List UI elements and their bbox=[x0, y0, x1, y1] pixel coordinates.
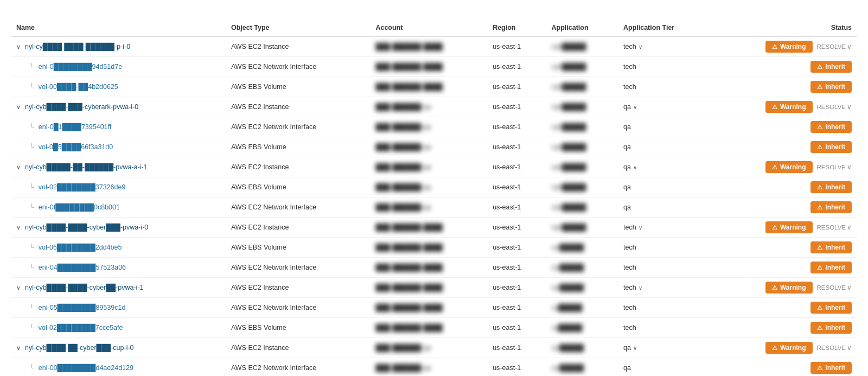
name-cell: └vol-06████████2dd4be5 bbox=[11, 238, 226, 258]
application-cell: cyb█████ bbox=[546, 57, 618, 77]
warning-triangle-icon: ⚠ bbox=[772, 43, 777, 50]
tier-dropdown-arrow[interactable]: ∨ bbox=[639, 44, 642, 50]
status-cell: ⚠WarningRESOLVE ∨ bbox=[711, 338, 857, 358]
warning-triangle-icon: ⚠ bbox=[817, 204, 822, 211]
inherit-badge[interactable]: ⚠Inherit bbox=[810, 181, 852, 193]
expand-icon[interactable]: ∨ bbox=[16, 164, 21, 171]
app-tier-cell: tech bbox=[618, 258, 711, 278]
badge-label: Inherit bbox=[825, 364, 845, 372]
object-type-cell: AWS EC2 Network Interface bbox=[226, 197, 371, 218]
object-type-cell: AWS EC2 Network Interface bbox=[226, 258, 371, 278]
badge-label: Inherit bbox=[825, 264, 845, 271]
status-cell: ⚠Inherit bbox=[711, 197, 857, 218]
application-cell: cyb█████ bbox=[546, 197, 618, 218]
resolve-button[interactable]: RESOLVE ∨ bbox=[817, 284, 852, 291]
inherit-badge[interactable]: ⚠Inherit bbox=[810, 241, 852, 253]
table-row: ∨nyl-cy████-████-██████-p-i-0AWS EC2 Ins… bbox=[11, 36, 857, 57]
resolve-button[interactable]: RESOLVE ∨ bbox=[817, 103, 852, 111]
badge-label: Inherit bbox=[825, 244, 845, 251]
account-cell: ███-██████-████ bbox=[370, 318, 487, 338]
table-row: ∨nyl-cyb████-████-cyber███-pvwa-i-0AWS E… bbox=[11, 218, 857, 238]
warning-badge[interactable]: ⚠Warning bbox=[765, 221, 813, 233]
account-cell: ███-██████-████ bbox=[370, 218, 487, 238]
child-line-icon: └ bbox=[29, 83, 34, 91]
application-cell: cyb█████ bbox=[546, 157, 618, 177]
account-cell: ███-██████-████ bbox=[370, 57, 487, 77]
child-line-icon: └ bbox=[29, 324, 34, 332]
tier-dropdown-arrow[interactable]: ∨ bbox=[639, 285, 642, 291]
table-row: └eni-00████████d4ae24d129AWS EC2 Network… bbox=[11, 358, 857, 377]
inherit-badge[interactable]: ⚠Inherit bbox=[810, 262, 852, 273]
status-cell: ⚠Inherit bbox=[711, 298, 857, 318]
resolve-chevron-icon: ∨ bbox=[847, 224, 852, 231]
resolve-button[interactable]: RESOLVE ∨ bbox=[817, 344, 852, 352]
name-cell: └vol-00████-██4b2d0625 bbox=[11, 77, 226, 97]
warning-badge[interactable]: ⚠Warning bbox=[765, 161, 813, 173]
object-type-cell: AWS EC2 Instance bbox=[226, 278, 371, 298]
expand-icon[interactable]: ∨ bbox=[16, 104, 21, 111]
table-row: └eni-0f████████0c8b001AWS EC2 Network In… bbox=[11, 197, 857, 218]
status-cell: ⚠Inherit bbox=[711, 117, 857, 137]
inherit-badge[interactable]: ⚠Inherit bbox=[810, 362, 852, 374]
row-name[interactable]: nyl-cy████-████-██████-p-i-0 bbox=[25, 43, 130, 50]
expand-icon[interactable]: ∨ bbox=[16, 284, 21, 291]
tier-dropdown-arrow[interactable]: ∨ bbox=[633, 104, 637, 110]
region-cell: us-east-1 bbox=[487, 36, 546, 57]
status-cell: ⚠WarningRESOLVE ∨ bbox=[711, 36, 857, 57]
status-cell: ⚠WarningRESOLVE ∨ bbox=[711, 218, 857, 238]
inherit-badge[interactable]: ⚠Inherit bbox=[810, 141, 852, 153]
badge-label: Inherit bbox=[825, 63, 845, 71]
row-name[interactable]: nyl-cyb████-████-cyber███-pvwa-i-0 bbox=[25, 224, 148, 231]
application-cell: cyl█████ bbox=[546, 278, 618, 298]
inherit-badge[interactable]: ⚠Inherit bbox=[810, 61, 852, 73]
object-type-cell: AWS EC2 Instance bbox=[226, 157, 371, 177]
name-cell: └eni-0f████████0c8b001 bbox=[11, 197, 226, 218]
object-type-cell: AWS EC2 Instance bbox=[226, 97, 371, 117]
account-cell: ███-██████-████ bbox=[370, 278, 487, 298]
table-row: ∨nyl-cyb████-███-cyberark-pvwa-i-0AWS EC… bbox=[11, 97, 857, 117]
inherit-badge[interactable]: ⚠Inherit bbox=[810, 302, 852, 314]
badge-label: Inherit bbox=[825, 304, 845, 311]
application-cell: cy█████ bbox=[546, 318, 618, 338]
child-line-icon: └ bbox=[29, 304, 34, 311]
col-status: Status bbox=[711, 20, 857, 36]
table-row: └eni-04████████57523a06AWS EC2 Network I… bbox=[11, 258, 857, 278]
inherit-badge[interactable]: ⚠Inherit bbox=[810, 322, 852, 334]
row-name[interactable]: nyl-cyb████-████-cyber██-pvwa-i-1 bbox=[25, 284, 143, 291]
expand-icon[interactable]: ∨ bbox=[16, 345, 21, 352]
status-cell: ⚠Inherit bbox=[711, 258, 857, 278]
status-cell: ⚠Inherit bbox=[711, 358, 857, 377]
application-cell: cyb█████ bbox=[546, 117, 618, 137]
expand-icon[interactable]: ∨ bbox=[16, 224, 21, 231]
row-name[interactable]: nyl-cyb█████-██-██████-pvwa-a-i-1 bbox=[25, 163, 148, 171]
warning-badge[interactable]: ⚠Warning bbox=[765, 101, 813, 113]
app-tier-cell: tech bbox=[618, 238, 711, 258]
name-cell: ∨nyl-cy████-████-██████-p-i-0 bbox=[11, 36, 226, 57]
account-cell: ███-██████-qa bbox=[370, 358, 487, 377]
child-line-icon: └ bbox=[29, 143, 34, 151]
inherit-badge[interactable]: ⚠Inherit bbox=[810, 81, 852, 93]
name-cell: ∨nyl-cyb█████-██-██████-pvwa-a-i-1 bbox=[11, 157, 226, 177]
tier-dropdown-arrow[interactable]: ∨ bbox=[639, 225, 642, 231]
inherit-badge[interactable]: ⚠Inherit bbox=[810, 121, 852, 133]
table-row: └vol-02████████7cce5afeAWS EBS Volume███… bbox=[11, 318, 857, 338]
warning-badge[interactable]: ⚠Warning bbox=[765, 41, 813, 53]
warning-triangle-icon: ⚠ bbox=[817, 63, 822, 71]
expand-icon[interactable]: ∨ bbox=[16, 43, 21, 50]
resolve-button[interactable]: RESOLVE ∨ bbox=[817, 163, 852, 171]
inherit-badge[interactable]: ⚠Inherit bbox=[810, 201, 852, 213]
warning-badge[interactable]: ⚠Warning bbox=[765, 342, 813, 354]
resolve-button[interactable]: RESOLVE ∨ bbox=[817, 43, 852, 50]
warning-triangle-icon: ⚠ bbox=[772, 164, 777, 171]
tier-dropdown-arrow[interactable]: ∨ bbox=[633, 345, 637, 351]
region-cell: us-east-1 bbox=[487, 338, 546, 358]
resolve-button[interactable]: RESOLVE ∨ bbox=[817, 224, 852, 231]
tier-dropdown-arrow[interactable]: ∨ bbox=[633, 164, 637, 170]
object-type-cell: AWS EBS Volume bbox=[226, 318, 371, 338]
col-account: Account bbox=[370, 20, 487, 36]
badge-label: Warning bbox=[780, 103, 806, 111]
row-name[interactable]: nyl-cyb████-███-cyberark-pvwa-i-0 bbox=[25, 103, 138, 111]
warning-badge[interactable]: ⚠Warning bbox=[765, 282, 813, 294]
row-name[interactable]: nyl-cyb████-██-cyber███-cup-i-0 bbox=[25, 344, 134, 352]
name-cell: └vol-02████████7cce5afe bbox=[11, 318, 226, 338]
